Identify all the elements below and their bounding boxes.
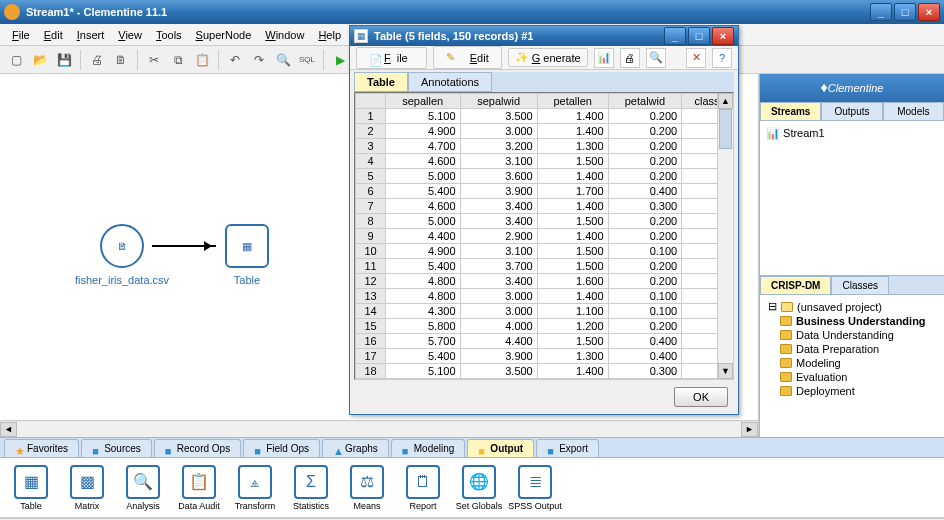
twin-tab-table[interactable]: Table — [354, 72, 408, 92]
cell[interactable]: 1.600 — [537, 274, 608, 289]
ok-button[interactable]: OK — [674, 387, 728, 407]
cell[interactable]: 0.400 — [608, 349, 682, 364]
palette-item-set-globals[interactable]: 🌐Set Globals — [456, 465, 502, 511]
sql-icon[interactable]: SQL — [297, 50, 317, 70]
scroll-up-icon[interactable]: ▲ — [718, 93, 733, 109]
table-row[interactable]: 65.4003.9001.7000.4000 — [356, 184, 733, 199]
cell[interactable]: 1.400 — [537, 169, 608, 184]
cell[interactable]: 1.500 — [537, 214, 608, 229]
palette-tab-record-ops[interactable]: ■Record Ops — [154, 439, 241, 457]
twin-tab-annotations[interactable]: Annotations — [408, 72, 492, 92]
cell[interactable]: 1.400 — [537, 364, 608, 379]
table-row[interactable]: 34.7003.2001.3000.2000 — [356, 139, 733, 154]
cell[interactable]: 5.400 — [386, 259, 461, 274]
menu-window[interactable]: Window — [259, 27, 310, 43]
table-row[interactable]: 94.4002.9001.4000.2000 — [356, 229, 733, 244]
twin-file-menu[interactable]: File — [356, 47, 427, 69]
stream-item[interactable]: 📊 Stream1 — [766, 125, 938, 142]
twin-print-icon[interactable]: 🖨 — [620, 48, 640, 68]
cell[interactable]: 0.200 — [608, 124, 682, 139]
paste-icon[interactable]: 📋 — [192, 50, 212, 70]
cell[interactable]: 3.000 — [460, 124, 537, 139]
cell[interactable]: 3.000 — [460, 304, 537, 319]
cell[interactable]: 1.700 — [537, 184, 608, 199]
cell[interactable]: 4.600 — [386, 199, 461, 214]
col-sepalwid[interactable]: sepalwid — [460, 94, 537, 109]
table-row[interactable]: 155.8004.0001.2000.2000 — [356, 319, 733, 334]
palette-tab-output[interactable]: ■Output — [467, 439, 534, 457]
tab-streams[interactable]: Streams — [760, 102, 821, 120]
cell[interactable]: 5.100 — [386, 109, 461, 124]
palette-item-means[interactable]: ⚖Means — [344, 465, 390, 511]
cell[interactable]: 5.100 — [386, 364, 461, 379]
crispdm-deployment[interactable]: Deployment — [766, 384, 938, 398]
table-row[interactable]: 104.9003.1001.5000.1000 — [356, 244, 733, 259]
twin-help-icon[interactable]: ? — [712, 48, 732, 68]
cell[interactable]: 0.300 — [608, 364, 682, 379]
menu-supernode[interactable]: SuperNode — [190, 27, 258, 43]
cell[interactable]: 3.400 — [460, 199, 537, 214]
cell[interactable]: 0.200 — [608, 214, 682, 229]
cell[interactable]: 5.000 — [386, 169, 461, 184]
cell[interactable]: 5.400 — [386, 184, 461, 199]
twin-maximize-button[interactable]: □ — [688, 27, 710, 45]
open-icon[interactable]: 📂 — [30, 50, 50, 70]
cell[interactable]: 0.200 — [608, 169, 682, 184]
palette-item-spss-output[interactable]: ≣SPSS Output — [512, 465, 558, 511]
cut-icon[interactable]: ✂ — [144, 50, 164, 70]
redo-icon[interactable]: ↷ — [249, 50, 269, 70]
cell[interactable]: 1.500 — [537, 154, 608, 169]
crispdm-evaluation[interactable]: Evaluation — [766, 370, 938, 384]
cell[interactable]: 0.200 — [608, 109, 682, 124]
cell[interactable]: 5.700 — [386, 379, 461, 381]
twin-edit-menu[interactable]: ✎Edit — [433, 46, 502, 69]
copy-icon[interactable]: ⧉ — [168, 50, 188, 70]
cell[interactable]: 1.500 — [537, 259, 608, 274]
source-node[interactable]: 🗎 fisher_iris_data.csv — [100, 224, 144, 268]
cell[interactable]: 3.100 — [460, 154, 537, 169]
cell[interactable]: 4.900 — [386, 124, 461, 139]
table-row[interactable]: 24.9003.0001.4000.2000 — [356, 124, 733, 139]
cell[interactable]: 0.200 — [608, 154, 682, 169]
cell[interactable]: 5.800 — [386, 319, 461, 334]
crispdm-modeling[interactable]: Modeling — [766, 356, 938, 370]
cell[interactable]: 0.400 — [608, 334, 682, 349]
table-row[interactable]: 85.0003.4001.5000.2000 — [356, 214, 733, 229]
cell[interactable]: 1.500 — [537, 244, 608, 259]
project-root[interactable]: ⊟ (unsaved project) — [766, 299, 938, 314]
palette-tab-sources[interactable]: ■Sources — [81, 439, 152, 457]
cell[interactable]: 0.200 — [608, 139, 682, 154]
cell[interactable]: 3.500 — [460, 109, 537, 124]
preview-icon[interactable]: 🗎 — [111, 50, 131, 70]
cell[interactable]: 3.800 — [460, 379, 537, 381]
tab-classes[interactable]: Classes — [831, 276, 889, 294]
find-icon[interactable]: 🔍 — [273, 50, 293, 70]
menu-help[interactable]: Help — [312, 27, 347, 43]
new-icon[interactable]: ▢ — [6, 50, 26, 70]
minimize-button[interactable]: _ — [870, 3, 892, 21]
palette-item-table[interactable]: ▦Table — [8, 465, 54, 511]
cell[interactable]: 1.400 — [537, 229, 608, 244]
cell[interactable]: 3.700 — [460, 259, 537, 274]
palette-item-analysis[interactable]: 🔍Analysis — [120, 465, 166, 511]
table-data-grid[interactable]: sepallensepalwidpetallenpetalwidclass15.… — [354, 92, 734, 380]
menu-edit[interactable]: Edit — [38, 27, 69, 43]
cell[interactable]: 0.300 — [608, 379, 682, 381]
cell[interactable]: 4.800 — [386, 289, 461, 304]
undo-icon[interactable]: ↶ — [225, 50, 245, 70]
cell[interactable]: 1.300 — [537, 139, 608, 154]
save-icon[interactable]: 💾 — [54, 50, 74, 70]
print-icon[interactable]: 🖨 — [87, 50, 107, 70]
palette-item-transform[interactable]: ⟁Transform — [232, 465, 278, 511]
cell[interactable]: 1.400 — [537, 109, 608, 124]
table-row[interactable]: 165.7004.4001.5000.4000 — [356, 334, 733, 349]
crispdm-data-understanding[interactable]: Data Understanding — [766, 328, 938, 342]
menu-insert[interactable]: Insert — [71, 27, 111, 43]
cell[interactable]: 4.700 — [386, 139, 461, 154]
cell[interactable]: 0.100 — [608, 289, 682, 304]
cell[interactable]: 0.200 — [608, 319, 682, 334]
canvas-hscrollbar[interactable]: ◄ ► — [0, 420, 758, 437]
table-node[interactable]: ▦ Table — [225, 224, 269, 268]
cell[interactable]: 3.900 — [460, 349, 537, 364]
cell[interactable]: 0.200 — [608, 259, 682, 274]
